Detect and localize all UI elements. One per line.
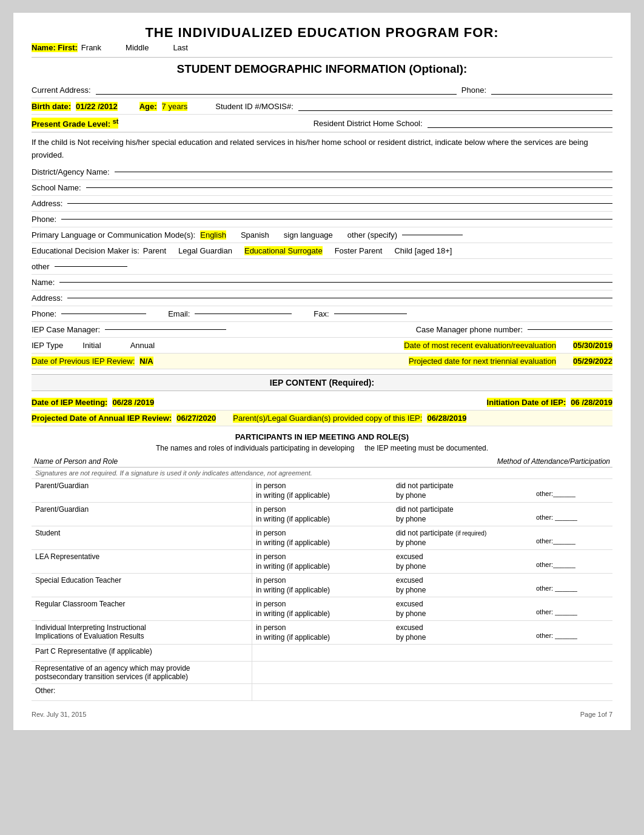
p-name-8: Representative of an agency which may pr… bbox=[32, 662, 252, 683]
method-left-0: in person in writing (if applicable) bbox=[256, 481, 394, 500]
participants-header: PARTICIPANTS IN IEP MEETING AND ROLE(S) bbox=[32, 432, 612, 441]
phone-email-fax-row: Phone: Email: Fax: bbox=[32, 306, 612, 322]
col-name-header: Name of Person and Role bbox=[32, 456, 252, 467]
address3-label: Address: bbox=[32, 293, 62, 303]
birth-date-label: Birth date: bbox=[32, 102, 71, 111]
participant-row-1: Parent/Guardian in person in writing (if… bbox=[32, 503, 612, 526]
guardian-copy-label: Parent(s)/Legal Guardian(s) provided cop… bbox=[233, 414, 422, 423]
participants-section: PARTICIPANTS IN IEP MEETING AND ROLE(S) … bbox=[32, 432, 612, 701]
iep-meeting-date-label: Date of IEP Meeting: bbox=[32, 398, 107, 407]
section-title: STUDENT DEMOGRAPHIC INFORMATION (Optiona… bbox=[32, 62, 612, 76]
primary-lang-row: Primary Language or Communication Mode(s… bbox=[32, 227, 612, 243]
projected-annual-row: Projected Date of Annual IEP Review: 06/… bbox=[32, 411, 612, 426]
participant-row-0: Parent/Guardian in person in writing (if… bbox=[32, 479, 612, 503]
age-value: 7 years bbox=[162, 102, 188, 111]
p-method-7 bbox=[252, 645, 612, 661]
participant-row-3: LEA Representative in person in writing … bbox=[32, 550, 612, 574]
name-first-value: Frank bbox=[81, 43, 101, 52]
p-name-9: Other: bbox=[32, 684, 252, 700]
p-method-6: in person in writing (if applicable) exc… bbox=[252, 621, 612, 644]
name2-label: Name: bbox=[32, 278, 55, 287]
p-name-1: Parent/Guardian bbox=[32, 503, 252, 526]
lang-spanish: Spanish bbox=[241, 230, 269, 240]
p-name-6: Individual Interpreting InstructionalImp… bbox=[32, 621, 252, 644]
phone2-row: Phone: bbox=[32, 212, 612, 227]
p-method-4: in person in writing (if applicable) exc… bbox=[252, 574, 612, 597]
iep-initial: Initial bbox=[82, 341, 101, 350]
iep-case-manager-row: IEP Case Manager: Case Manager phone num… bbox=[32, 322, 612, 338]
main-title: THE INDIVIDUALIZED EDUCATION PROGRAM FOR… bbox=[32, 25, 612, 41]
name-label: Name: First: bbox=[32, 43, 78, 52]
prev-iep-value: N/A bbox=[139, 357, 153, 366]
p-method-8 bbox=[252, 662, 612, 683]
district-agency-label: District/Agency Name: bbox=[32, 167, 110, 176]
method-right-0: did not participate by phone bbox=[396, 481, 534, 500]
footer-rev: Rev. July 31, 2015 bbox=[32, 711, 86, 718]
edu-decision-legal: Legal Guardian bbox=[178, 246, 232, 255]
fax-label: Fax: bbox=[314, 309, 329, 318]
participant-row-9: Other: bbox=[32, 684, 612, 701]
p-name-3: LEA Representative bbox=[32, 550, 252, 573]
participants-subtext2: the IEP meeting must be documented. bbox=[364, 444, 488, 452]
age-label: Age: bbox=[139, 102, 157, 111]
participant-row-6: Individual Interpreting InstructionalImp… bbox=[32, 621, 612, 645]
participant-row-5: Regular Classroom Teacher in person in w… bbox=[32, 597, 612, 621]
prev-iep-row: Date of Previous IEP Review: N/A Project… bbox=[32, 354, 612, 369]
iep-content-header: IEP CONTENT (Required): bbox=[32, 374, 612, 391]
edu-decision-child: Child [aged 18+] bbox=[394, 246, 452, 255]
address2-row: Address: bbox=[32, 196, 612, 212]
name-middle-label: Middle bbox=[126, 43, 149, 52]
edu-decision-foster: Foster Parent bbox=[335, 246, 383, 255]
p-method-9 bbox=[252, 684, 612, 700]
participants-subtext: The names and roles of individuals parti… bbox=[32, 444, 612, 452]
next-eval-label: Projected date for next triennial evalua… bbox=[409, 357, 556, 366]
participants-subtext1: The names and roles of individuals parti… bbox=[156, 444, 355, 452]
initiation-label: Initiation Date of IEP: bbox=[487, 398, 566, 407]
iep-type-label: IEP Type bbox=[32, 341, 63, 350]
p-name-7: Part C Representative (if applicable) bbox=[32, 645, 252, 661]
p-name-0: Parent/Guardian bbox=[32, 479, 252, 502]
address3-row: Address: bbox=[32, 290, 612, 306]
resident-district-label: Resident District Home School: bbox=[314, 119, 423, 128]
grade-row: Present Grade Level: st Resident Distric… bbox=[32, 115, 612, 132]
prev-iep-label: Date of Previous IEP Review: bbox=[32, 357, 135, 366]
district-row: District/Agency Name: bbox=[32, 164, 612, 180]
edu-other-row: other bbox=[32, 259, 612, 275]
p-method-3: in person in writing (if applicable) exc… bbox=[252, 550, 612, 573]
iep-meeting-row: Date of IEP Meeting: 06/28 /2019 Initiat… bbox=[32, 395, 612, 411]
col-method-header: Method of Attendance/Participation bbox=[252, 456, 612, 467]
participant-row-8: Representative of an agency which may pr… bbox=[32, 662, 612, 684]
iep-meeting-date-value: 06/28 /2019 bbox=[112, 398, 154, 407]
edu-decision-row: Educational Decision Maker is: Parent Le… bbox=[32, 243, 612, 259]
p-name-5: Regular Classroom Teacher bbox=[32, 597, 252, 620]
p-method-0: in person in writing (if applicable) did… bbox=[252, 479, 612, 502]
iep-annual: Annual bbox=[130, 341, 155, 350]
iep-type-row: IEP Type Initial Annual Date of most rec… bbox=[32, 338, 612, 354]
email-label: Email: bbox=[168, 309, 190, 318]
primary-lang-label: Primary Language or Communication Mode(s… bbox=[32, 230, 195, 240]
school-name-label: School Name: bbox=[32, 183, 81, 192]
participant-row-4: Special Education Teacher in person in w… bbox=[32, 574, 612, 597]
birth-date-row: Birth date: 01/22 /2012 Age: 7 years Stu… bbox=[32, 98, 612, 115]
address-row: Current Address: Phone: bbox=[32, 82, 612, 98]
phone3-label: Phone: bbox=[32, 309, 56, 318]
initiation-value: 06 /28/2019 bbox=[571, 398, 612, 407]
case-manager-phone-label: Case Manager phone number: bbox=[416, 325, 523, 334]
phone-label: Phone: bbox=[461, 86, 486, 95]
phone2-label: Phone: bbox=[32, 215, 56, 224]
p-method-1: in person in writing (if applicable) did… bbox=[252, 503, 612, 526]
iep-case-manager-label: IEP Case Manager: bbox=[32, 325, 100, 334]
method-other-0: other:______ bbox=[536, 481, 609, 497]
name2-row: Name: bbox=[32, 275, 612, 290]
projected-annual-value: 06/27/2020 bbox=[176, 414, 216, 423]
birth-date-value: 01/22 /2012 bbox=[76, 102, 118, 111]
edu-decision-label: Educational Decision Maker is: bbox=[32, 246, 139, 255]
participant-row-7: Part C Representative (if applicable) bbox=[32, 645, 612, 662]
not-receiving-block: If the child is Not receiving his/her sp… bbox=[32, 132, 612, 164]
lang-english: English bbox=[200, 230, 226, 240]
col-method-header-text: Method of Attendance/Participation bbox=[497, 457, 610, 466]
participant-row-2: Student in person in writing (if applica… bbox=[32, 526, 612, 550]
school-name-row: School Name: bbox=[32, 180, 612, 196]
participants-cols-header: Name of Person and Role Method of Attend… bbox=[32, 456, 612, 468]
name-last-label: Last bbox=[173, 43, 188, 52]
